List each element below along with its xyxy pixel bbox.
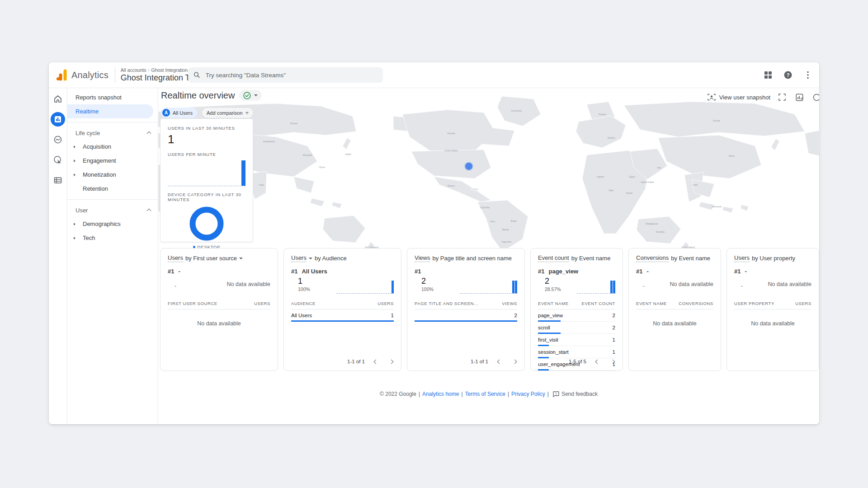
all-users-chip-label: All Users: [173, 110, 193, 116]
mini-sparkline[interactable]: [460, 279, 517, 294]
customize-report-button[interactable]: [794, 92, 805, 103]
device-category-donut[interactable]: [189, 206, 224, 241]
breadcrumb-account[interactable]: All accounts: [121, 67, 146, 73]
search-input[interactable]: [205, 71, 377, 79]
sidebar-item-engagement[interactable]: Engagement: [67, 154, 158, 168]
nav-section-life-cycle[interactable]: Life cycle: [67, 126, 158, 140]
all-users-chip[interactable]: A All Users: [161, 108, 197, 118]
apps-grid-icon: [764, 71, 772, 79]
rank-number: #1: [636, 268, 642, 275]
sidebar-item-monetization[interactable]: Monetization: [67, 168, 158, 182]
top-item-line: #1-: [734, 268, 811, 275]
card-title[interactable]: Usersby Audience: [291, 254, 394, 262]
search-icon: [193, 71, 200, 79]
previous-page-button[interactable]: [371, 357, 380, 366]
chevron-right-icon: [512, 359, 517, 364]
chevron-up-icon: [147, 131, 151, 136]
view-user-snapshot-button[interactable]: View user snapshot: [708, 94, 770, 101]
column-header-dimension: EVENT NAME: [636, 301, 667, 306]
table-row[interactable]: page_view2: [538, 310, 615, 322]
table-row[interactable]: All Users1: [291, 310, 394, 322]
card-title[interactable]: Usersby First user source: [168, 254, 270, 262]
card-title[interactable]: Viewsby Page title and screen name: [415, 254, 517, 262]
data-status-pill[interactable]: [239, 90, 262, 101]
sidebar-item-retention[interactable]: Retention: [67, 182, 158, 196]
rail-reports-button[interactable]: [51, 112, 65, 127]
next-page-button[interactable]: [387, 357, 396, 366]
expand-arrow-icon: [74, 174, 75, 176]
nav-section-label: User: [75, 207, 88, 214]
home-icon: [53, 94, 62, 103]
rail-advertising-button[interactable]: [51, 153, 65, 167]
card-title[interactable]: Conversionsby Event name: [636, 254, 713, 262]
previous-page-button[interactable]: [593, 357, 602, 366]
card-title[interactable]: Usersby User property: [734, 254, 811, 262]
table-row[interactable]: 2: [415, 310, 517, 322]
sidebar-item-realtime[interactable]: Realtime: [67, 104, 153, 118]
fullscreen-button[interactable]: [777, 92, 788, 103]
users-per-minute-bar: [241, 160, 245, 186]
next-page-button[interactable]: [608, 357, 617, 366]
map-country-label: Ukraine: [607, 136, 615, 139]
next-page-button[interactable]: [510, 357, 519, 366]
rail-explore-button[interactable]: [51, 132, 65, 147]
table-header: EVENT NAMECONVERSIONS: [636, 301, 713, 310]
no-data-table-message: No data available: [168, 320, 270, 327]
report-navigation: Reports snapshotRealtimeLife cycleAcquis…: [67, 88, 158, 424]
apps-grid-button[interactable]: [760, 67, 776, 83]
library-icon: [53, 176, 62, 185]
card-title[interactable]: Event countby Event name: [538, 254, 615, 262]
realtime-summary-card: USERS IN LAST 30 MINUTES 1 USERS PER MIN…: [160, 118, 253, 242]
rank-number: #1: [538, 268, 544, 275]
no-data-table-message: No data available: [636, 320, 713, 327]
analytics-logo-icon: [56, 69, 68, 81]
column-header-metric: VIEWS: [502, 301, 517, 306]
breadcrumb-property[interactable]: Ghost Integration: [151, 67, 188, 73]
card-dimension-label: by Event name: [571, 255, 611, 262]
add-comparison-chip[interactable]: Add comparison +: [202, 107, 254, 118]
card-dimension-label: by Audience: [315, 255, 347, 262]
help-button[interactable]: ?: [780, 67, 796, 83]
nav-section-user[interactable]: User: [67, 203, 158, 217]
mini-sparkline[interactable]: [577, 279, 616, 294]
footer-link-privacy-policy[interactable]: Privacy Policy: [511, 391, 545, 397]
search-bar[interactable]: [188, 67, 383, 83]
more-options-button[interactable]: [800, 67, 816, 83]
rail-home-button[interactable]: [51, 92, 65, 106]
chevron-left-icon: [595, 359, 599, 364]
top-item-metric: 1100%: [291, 277, 394, 296]
footer-link-analytics-home[interactable]: Analytics home: [422, 391, 459, 397]
rail-library-button[interactable]: [51, 173, 65, 188]
table-row[interactable]: session_start1: [538, 346, 615, 358]
send-feedback-button[interactable]: Send feedback: [553, 391, 598, 397]
sidebar-item-reports-snapshot[interactable]: Reports snapshot: [67, 90, 158, 104]
row-name: All Users: [291, 313, 312, 318]
map-country-label: Madagascar: [646, 222, 658, 225]
top-item-metric: 2100%: [415, 277, 517, 296]
svg-text:?: ?: [787, 72, 790, 78]
map-country-label: Finland: [599, 113, 606, 116]
edit-chart-icon: [796, 94, 803, 101]
mini-sparkline[interactable]: [336, 279, 394, 294]
table-row[interactable]: scroll2: [538, 322, 615, 334]
table-header: USER PROPERTYUSERS: [734, 301, 811, 310]
product-name: Analytics: [71, 70, 108, 80]
add-comparison-label: Add comparison: [207, 110, 243, 116]
chevron-left-icon: [373, 359, 378, 364]
top-item-line: #1: [415, 268, 517, 275]
users-per-minute-chart[interactable]: [168, 158, 245, 186]
sidebar-item-acquisition[interactable]: Acquisition: [67, 140, 158, 154]
analytics-logo[interactable]: Analytics: [49, 69, 108, 81]
clipped-action-button[interactable]: [811, 92, 819, 103]
sidebar-item-label: Acquisition: [83, 143, 111, 150]
table-row[interactable]: first_visit1: [538, 334, 615, 346]
previous-page-button[interactable]: [495, 357, 504, 366]
sidebar-item-demographics[interactable]: Demographics: [67, 217, 158, 231]
plus-icon: +: [245, 109, 249, 116]
footer-link-terms-of-service[interactable]: Terms of Service: [465, 391, 505, 397]
chevron-down-icon: [239, 258, 243, 259]
row-value: 1: [391, 313, 394, 318]
expand-arrow-icon: [74, 160, 75, 162]
sidebar-item-tech[interactable]: Tech: [67, 231, 158, 245]
top-item-line: #1page_view: [538, 268, 615, 275]
